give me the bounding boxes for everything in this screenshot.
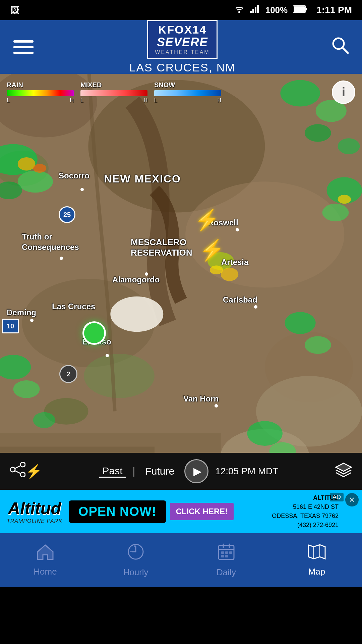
tc-dot (60, 257, 63, 260)
play-icon: ▶ (193, 465, 202, 478)
city-van-horn: Van Horn (183, 394, 219, 404)
past-button[interactable]: Past (99, 465, 126, 478)
snow-label: SNOW (154, 81, 221, 89)
map-icon (308, 543, 326, 564)
app-logo: KFOX14 SEVERE WEATHER TEAM LAS CRUCES, N… (129, 20, 235, 74)
svg-rect-60 (221, 555, 224, 557)
mixed-gradient (80, 90, 147, 96)
snow-high: H (217, 98, 221, 104)
svg-rect-6 (294, 6, 305, 12)
search-button[interactable] (331, 36, 349, 58)
photo-icon: 🖼 (10, 5, 19, 16)
rain-low: L (7, 98, 10, 104)
svg-point-48 (20, 472, 25, 477)
menu-button[interactable] (13, 40, 34, 54)
share-button[interactable] (10, 462, 25, 481)
app-header: KFOX14 SEVERE WEATHER TEAM LAS CRUCES, N… (0, 20, 362, 74)
lightning-bolt-2: ⚡ (199, 238, 225, 262)
vanhorn-dot (215, 404, 218, 408)
nav-home[interactable]: Home (0, 538, 90, 582)
rain-high: H (70, 98, 74, 104)
radar-map[interactable]: RAIN L H MIXED L H SNOW L H i NEW MEXIC (0, 74, 362, 453)
nav-daily[interactable]: Daily (181, 538, 272, 583)
svg-rect-2 (252, 9, 254, 13)
svg-point-28 (33, 164, 47, 173)
svg-rect-58 (225, 551, 228, 554)
wifi-icon (234, 4, 245, 16)
status-bar: 🖼 100% 1:11 PM (0, 0, 362, 20)
svg-point-0 (238, 11, 240, 13)
state-label: NEW MEXICO (104, 173, 181, 185)
svg-point-38 (247, 421, 283, 446)
info-button[interactable]: i (332, 80, 355, 104)
timeline-controls: Past | Future ▶ 12:05 PM MDT (42, 459, 335, 483)
svg-point-36 (285, 312, 316, 334)
ad-brand-sub: TRAMPOLINE PARK (7, 518, 62, 524)
map-controls-bar: ⚡ Past | Future ▶ 12:05 PM MDT (0, 453, 362, 490)
ad-logo-area: Altitud TRAMPOLINE PARK (7, 499, 62, 524)
signal-icon (250, 5, 260, 15)
city-deming: Deming (7, 308, 36, 317)
ad-open-now[interactable]: OPEN NOW! (69, 500, 166, 523)
svg-point-47 (20, 462, 25, 467)
logo-severe: SEVERE (155, 35, 209, 49)
highway-2: 2 (59, 365, 77, 383)
city-las-cruces: Las Cruces (52, 302, 95, 311)
nav-map[interactable]: Map (272, 538, 362, 582)
svg-point-31 (305, 124, 331, 142)
alamogordo-dot (145, 272, 148, 276)
svg-point-27 (18, 157, 36, 171)
layers-button[interactable] (335, 462, 352, 481)
logo-weather-team: WEATHER TEAM (155, 49, 209, 55)
city-mescalero: MESCALERORESERVATION (131, 237, 192, 258)
nav-hourly[interactable]: Hourly (90, 538, 181, 583)
play-button[interactable]: ▶ (184, 459, 208, 483)
ad-click-here[interactable]: CLICK HERE! (170, 503, 234, 520)
time-display: 12:05 PM MDT (215, 466, 278, 477)
nav-hourly-label: Hourly (123, 567, 148, 578)
daily-icon (217, 543, 235, 565)
highway-25: 25 (59, 206, 75, 223)
ad-brand-logo: Altitud (8, 499, 61, 518)
svg-line-9 (343, 48, 348, 53)
city-truth-consequences: Truth orConsequences (22, 231, 79, 252)
svg-rect-61 (225, 555, 228, 557)
svg-line-50 (15, 466, 21, 469)
mixed-label: MIXED (80, 81, 147, 89)
mixed-low: L (80, 98, 83, 104)
svg-rect-4 (257, 5, 259, 13)
rain-label: RAIN (7, 81, 74, 89)
carlsbad-dot (254, 305, 257, 309)
svg-rect-23 (0, 447, 155, 453)
svg-rect-1 (250, 11, 252, 13)
svg-point-34 (322, 204, 349, 221)
nav-map-label: Map (308, 567, 325, 577)
svg-point-43 (33, 412, 55, 428)
elpaso-dot (106, 354, 109, 357)
time-display: 1:11 PM (316, 5, 352, 15)
current-location-marker (82, 321, 106, 345)
nav-home-label: Home (34, 567, 57, 577)
logo-kfox14: KFOX14 (155, 24, 209, 35)
roswell-dot (236, 228, 239, 231)
ad-close-button[interactable]: × (345, 493, 359, 506)
rain-gradient (7, 90, 74, 96)
svg-rect-3 (255, 7, 256, 13)
battery-icon (293, 5, 308, 15)
svg-point-42 (13, 380, 40, 398)
svg-line-51 (15, 471, 21, 474)
snow-low: L (154, 98, 157, 104)
svg-point-35 (338, 195, 351, 204)
ad-label: AD (330, 493, 344, 501)
highway-10: 10 (2, 319, 19, 333)
future-button[interactable]: Future (142, 466, 178, 477)
snow-gradient (154, 90, 221, 96)
svg-point-45 (221, 268, 239, 281)
radar-lightning-icon: ⚡ (25, 464, 42, 479)
city-carlsbad: Carlsbad (223, 295, 257, 305)
advertisement-banner[interactable]: Altitud TRAMPOLINE PARK OPEN NOW! CLICK … (0, 490, 362, 533)
svg-rect-7 (306, 8, 307, 10)
deming-dot (30, 319, 34, 322)
svg-point-49 (10, 467, 15, 472)
svg-rect-57 (221, 551, 224, 554)
